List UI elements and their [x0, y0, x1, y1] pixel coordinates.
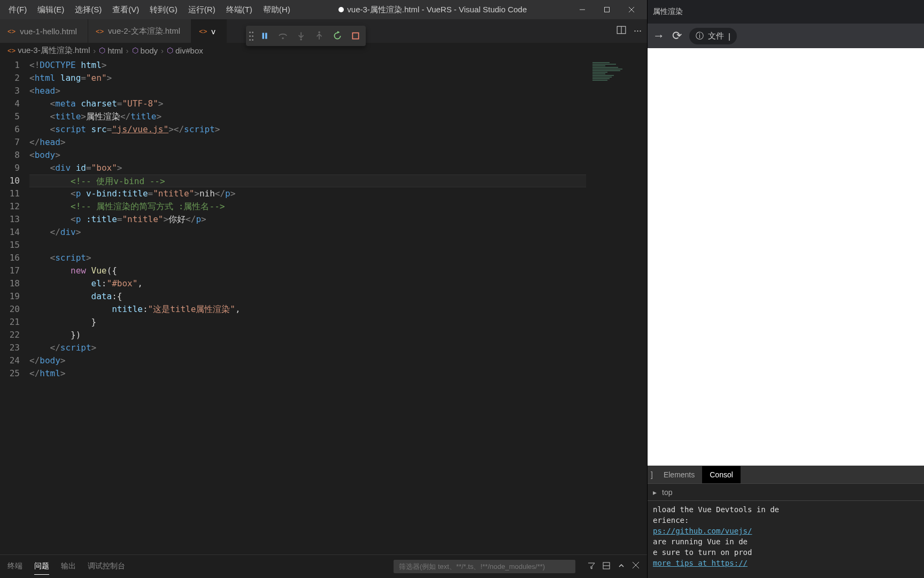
minimap[interactable]: [586, 58, 640, 554]
html-file-icon: <>: [96, 27, 104, 35]
devtools-tab-console[interactable]: Consol: [702, 466, 741, 483]
more-actions-button[interactable]: ···: [634, 25, 642, 37]
console-output[interactable]: nload the Vue Devtools in deerience:ps:/…: [648, 501, 924, 578]
editor-tab[interactable]: <>v: [191, 19, 227, 43]
menu-item[interactable]: 转到(G): [144, 3, 183, 17]
symbol-icon: ⬡: [132, 46, 138, 55]
code-area[interactable]: <!DOCTYPE html><html lang="en"><head> <m…: [29, 58, 586, 554]
devtools-context-dropdown[interactable]: top: [662, 488, 672, 497]
debug-toolbar[interactable]: [246, 26, 366, 46]
menu-item[interactable]: 终端(T): [221, 3, 258, 17]
step-over-button[interactable]: [275, 28, 291, 44]
svg-point-10: [300, 39, 302, 40]
scrollbar[interactable]: [640, 58, 647, 554]
stop-button[interactable]: [348, 28, 364, 44]
maximize-panel-icon[interactable]: [617, 561, 626, 572]
browser-tab[interactable]: 属性渲染: [648, 0, 924, 24]
chevron-right-icon: ›: [161, 46, 164, 55]
bottom-panel: 终端问题输出调试控制台: [0, 554, 647, 578]
pause-button[interactable]: [257, 28, 273, 44]
panel-tab[interactable]: 输出: [61, 558, 76, 575]
info-icon: ⓘ: [696, 31, 704, 41]
svg-rect-6: [263, 33, 264, 39]
menu-item[interactable]: 选择(S): [70, 3, 107, 17]
address-bar[interactable]: ⓘ 文件 |: [689, 28, 737, 44]
menu-item[interactable]: 件(F): [3, 3, 32, 17]
reload-button[interactable]: ⟳: [672, 29, 682, 43]
svg-rect-7: [265, 33, 267, 39]
html-file-icon: <>: [7, 47, 16, 55]
editor-tab[interactable]: <>vue-1-hello.html: [0, 19, 88, 43]
collapse-icon[interactable]: [602, 561, 611, 572]
step-out-button[interactable]: [311, 28, 327, 44]
browser-toolbar: → ⟳ ⓘ 文件 |: [648, 24, 924, 48]
html-file-icon: <>: [199, 27, 207, 35]
devtools-tab-elements[interactable]: Elements: [656, 466, 702, 483]
devtools: ] Elements Consol ▸ top nload the Vue De…: [648, 466, 924, 578]
chevron-right-icon: ›: [126, 46, 129, 55]
step-into-button[interactable]: [293, 28, 309, 44]
maximize-button[interactable]: [595, 0, 619, 19]
breadcrumb-item[interactable]: <>vue-3-属性渲染.html: [7, 45, 90, 56]
drag-handle-icon[interactable]: [248, 29, 255, 42]
modified-dot-icon: [338, 7, 344, 12]
browser-viewport[interactable]: [648, 48, 924, 466]
address-text: 文件: [708, 31, 724, 41]
titlebar: 件(F)编辑(E)选择(S)查看(V)转到(G)运行(R)终端(T)帮助(H) …: [0, 0, 647, 19]
chevron-right-icon: ›: [93, 46, 96, 55]
symbol-icon: ⬡: [99, 46, 105, 55]
menu-item[interactable]: 运行(R): [183, 3, 221, 17]
restart-button[interactable]: [329, 28, 345, 44]
menu-item[interactable]: 帮助(H): [258, 3, 296, 17]
panel-tab[interactable]: 调试控制台: [88, 558, 125, 575]
split-editor-button[interactable]: [617, 25, 626, 37]
line-numbers: 1234567891011121314151617181920212223242…: [0, 58, 29, 554]
html-file-icon: <>: [7, 27, 16, 35]
devtools-context-icon[interactable]: ▸: [653, 488, 657, 497]
problems-filter-input[interactable]: [394, 560, 575, 573]
window-title-text: vue-3-属性渲染.html - VueRS - Visual Studio …: [347, 5, 527, 15]
menu-item[interactable]: 查看(V): [107, 3, 144, 17]
breadcrumb-item[interactable]: ⬡div#box: [167, 46, 203, 55]
close-button[interactable]: [619, 0, 644, 19]
svg-rect-1: [605, 7, 610, 12]
filter-icon[interactable]: [587, 561, 596, 572]
panel-tab[interactable]: 问题: [34, 558, 49, 575]
panel-tab[interactable]: 终端: [7, 558, 22, 575]
close-panel-icon[interactable]: [632, 561, 640, 572]
separator-icon: |: [728, 32, 730, 41]
breadcrumb-item[interactable]: ⬡html: [99, 46, 122, 55]
editor[interactable]: 1234567891011121314151617181920212223242…: [0, 58, 647, 554]
devtools-inspect-icon[interactable]: ]: [648, 466, 656, 483]
browser-tab-title: 属性渲染: [653, 7, 683, 17]
symbol-icon: ⬡: [167, 46, 173, 55]
minimize-button[interactable]: [570, 0, 595, 19]
vscode-window: 件(F)编辑(E)选择(S)查看(V)转到(G)运行(R)终端(T)帮助(H) …: [0, 0, 647, 578]
svg-rect-13: [352, 33, 358, 39]
editor-tab[interactable]: <>vue-2-文本渲染.html: [88, 19, 191, 43]
svg-point-8: [282, 37, 283, 39]
svg-point-12: [318, 32, 320, 33]
menu-item[interactable]: 编辑(E): [32, 3, 70, 17]
forward-button[interactable]: →: [653, 29, 665, 43]
browser-window: 属性渲染 → ⟳ ⓘ 文件 | ] Elements Consol ▸ top …: [647, 0, 924, 578]
window-title: vue-3-属性渲染.html - VueRS - Visual Studio …: [296, 5, 570, 15]
breadcrumb-item[interactable]: ⬡body: [132, 46, 158, 55]
